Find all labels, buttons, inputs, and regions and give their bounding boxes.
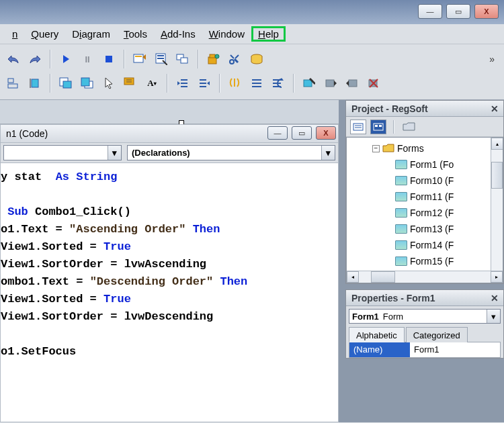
cursor-icon[interactable] <box>99 74 118 93</box>
outdent-icon[interactable] <box>173 74 192 93</box>
dropdown-arrow-icon[interactable]: ▾ <box>487 310 500 323</box>
menu-item-Query[interactable]: Query <box>24 26 65 42</box>
svg-rect-22 <box>124 78 134 85</box>
code-window: n1 (Code) — ▭ X ▾ (Declarations) ▾ y sta… <box>0 124 339 422</box>
tab-categorized[interactable]: Categorized <box>406 327 468 342</box>
uncomment-icon[interactable] <box>269 74 288 93</box>
tree-item[interactable]: Form13 (F <box>347 221 503 237</box>
code-line <box>1 326 338 343</box>
dropdown-arrow-icon[interactable]: ▾ <box>108 146 121 160</box>
code-window-title: n1 (Code) <box>6 128 48 139</box>
property-row[interactable]: (Name) Form1 <box>349 342 500 357</box>
procedure-combo[interactable]: (Declarations) ▾ <box>127 145 335 160</box>
object-combo[interactable]: ▾ <box>3 145 122 160</box>
comment-icon[interactable] <box>247 74 266 93</box>
menu-item-Tools[interactable]: Tools <box>117 26 154 42</box>
svg-rect-5 <box>157 55 164 56</box>
menu-item-n[interactable]: n <box>5 26 24 42</box>
tree-collapse-icon[interactable]: − <box>372 145 380 152</box>
pause-button[interactable]: II <box>78 50 97 68</box>
panel-close-icon[interactable]: ✕ <box>489 103 501 115</box>
svg-rect-14 <box>8 79 13 83</box>
select-icon[interactable] <box>121 74 140 93</box>
maximize-button[interactable]: ▭ <box>446 4 470 19</box>
svg-rect-19 <box>63 81 71 88</box>
align-center-icon[interactable] <box>26 74 44 93</box>
svg-rect-8 <box>181 58 187 63</box>
project-tree[interactable]: − Forms Form1 (FoForm10 (FForm11 (FForm1… <box>346 137 503 283</box>
view-object-button[interactable] <box>370 120 386 134</box>
form-icon <box>395 208 407 218</box>
bring-front-icon[interactable] <box>56 74 75 93</box>
menu-item-Add-Ins[interactable]: Add-Ins <box>154 26 202 42</box>
code-close-button[interactable]: X <box>316 126 336 140</box>
menubar: nQueryDiagramToolsAdd-InsWindowHelp <box>0 24 504 44</box>
bookmark-clear-icon[interactable] <box>364 74 383 93</box>
bookmark-next-icon[interactable] <box>321 74 340 93</box>
object-browser-button[interactable] <box>204 50 223 68</box>
menu-item-Diagram[interactable]: Diagram <box>65 26 117 42</box>
form-icon <box>395 224 407 234</box>
dropdown-arrow-icon[interactable]: ▾ <box>321 146 335 160</box>
project-explorer-button[interactable] <box>130 50 149 68</box>
properties-panel: Properties - Form1 ✕ Form1 Form ▾ Alphab… <box>345 289 504 359</box>
form-icon <box>395 256 407 266</box>
svg-rect-1 <box>106 56 112 62</box>
svg-marker-0 <box>63 55 69 63</box>
tree-item[interactable]: Form14 (F <box>347 237 503 253</box>
svg-marker-28 <box>177 81 180 85</box>
tree-hscrollbar[interactable]: ◂ ▸ <box>347 271 503 283</box>
properties-object-combo[interactable]: Form1 Form ▾ <box>349 309 501 324</box>
bookmark-prev-icon[interactable] <box>343 74 362 93</box>
minimize-button[interactable]: — <box>418 4 442 19</box>
toolbar-area: II » <box>0 44 504 100</box>
close-button[interactable]: X <box>474 4 499 19</box>
toolbar-overflow-icon[interactable]: » <box>489 54 500 64</box>
form-layout-button[interactable] <box>173 50 192 68</box>
bookmark-toggle-icon[interactable] <box>300 74 319 93</box>
mdi-workspace: n1 (Code) — ▭ X ▾ (Declarations) ▾ y sta… <box>0 100 504 422</box>
svg-rect-15 <box>8 84 17 88</box>
indent-icon[interactable] <box>195 74 214 93</box>
data-view-button[interactable] <box>247 50 266 68</box>
code-minimize-button[interactable]: — <box>267 126 288 140</box>
format-font-icon[interactable]: A▾ <box>142 74 161 93</box>
panel-close-icon[interactable]: ✕ <box>489 292 501 304</box>
tree-item[interactable]: Form11 (F <box>347 189 503 205</box>
project-panel: Project - RegSoft ✕ − <box>345 100 504 284</box>
breakpoint-icon[interactable] <box>226 74 245 93</box>
tree-vscrollbar[interactable]: ▴ <box>491 138 503 271</box>
tree-item[interactable]: Form10 (F <box>347 173 503 189</box>
properties-button[interactable] <box>152 50 171 68</box>
tree-item[interactable]: Form15 (F <box>347 253 503 269</box>
svg-rect-43 <box>349 80 357 87</box>
folder-icon[interactable] <box>401 120 417 134</box>
undo-button[interactable] <box>4 50 23 68</box>
property-name: (Name) <box>349 342 410 357</box>
tree-folder-forms[interactable]: − Forms <box>347 140 503 156</box>
redo-button[interactable] <box>26 50 44 68</box>
form-icon <box>395 160 407 169</box>
svg-rect-40 <box>304 80 312 87</box>
menu-item-Help[interactable]: Help <box>251 26 286 42</box>
stop-button[interactable] <box>99 50 118 68</box>
tab-alphabetic[interactable]: Alphabetic <box>349 327 405 342</box>
svg-point-11 <box>215 54 219 58</box>
tree-item[interactable]: Form12 (F <box>347 205 503 221</box>
svg-rect-41 <box>326 80 334 87</box>
tree-item[interactable]: Form1 (Fo <box>347 156 503 173</box>
form-icon <box>395 176 407 185</box>
property-value[interactable]: Form1 <box>410 342 500 357</box>
svg-marker-44 <box>346 81 349 86</box>
code-maximize-button[interactable]: ▭ <box>292 126 312 140</box>
run-button[interactable] <box>56 50 75 68</box>
menu-item-Window[interactable]: Window <box>202 26 251 42</box>
toolbox-button[interactable] <box>226 50 245 68</box>
align-left-icon[interactable] <box>4 74 23 93</box>
svg-rect-52 <box>375 125 378 127</box>
properties-grid[interactable]: (Name) Form1 <box>349 342 501 358</box>
view-code-button[interactable] <box>350 120 366 134</box>
code-window-titlebar[interactable]: n1 (Code) — ▭ X <box>0 124 339 143</box>
code-editor[interactable]: y stat As String Sub Combo1_Click()o1.Te… <box>0 163 339 422</box>
send-back-icon[interactable] <box>78 74 97 93</box>
